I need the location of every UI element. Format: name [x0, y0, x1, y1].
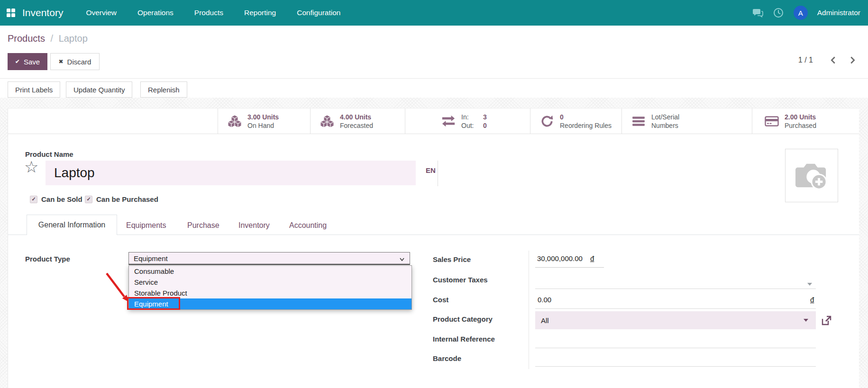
tab-equipments[interactable]: Equipments — [126, 221, 166, 230]
field-divider — [438, 161, 438, 186]
messages-icon[interactable] — [752, 7, 763, 18]
panel-divider — [0, 78, 868, 79]
tab-purchase[interactable]: Purchase — [187, 221, 219, 230]
column-separator — [529, 251, 529, 369]
stat-label-line1: Lot/Serial — [651, 113, 679, 121]
stat-out-value: 0 — [483, 121, 487, 130]
print-labels-button[interactable]: Print Labels — [8, 81, 60, 98]
option-service[interactable]: Service — [129, 277, 411, 288]
stat-value: 0 — [560, 113, 612, 121]
customer-taxes-caret-icon[interactable] — [807, 283, 812, 286]
top-nav: Inventory Overview Operations Products R… — [0, 0, 868, 26]
list-icon — [631, 114, 646, 128]
stat-out-label: Out: — [461, 121, 476, 130]
nav-item-reporting[interactable]: Reporting — [244, 9, 276, 17]
external-link-icon[interactable] — [821, 315, 832, 326]
tab-general-information[interactable]: General Information — [27, 215, 117, 235]
discard-button[interactable]: ✖ Discard — [50, 53, 100, 70]
nav-menu: Overview Operations Products Reporting C… — [86, 9, 340, 17]
x-icon: ✖ — [59, 58, 64, 65]
sales-price-value[interactable]: 30,000,000.00 — [537, 254, 583, 262]
stat-in-label: In: — [461, 113, 476, 121]
stat-reordering-rules[interactable]: 0 Reordering Rules — [530, 108, 621, 134]
checkbox-check-icon: ✓ — [85, 196, 92, 203]
pager-count: 1 / 1 — [798, 56, 813, 64]
credit-card-icon — [765, 114, 779, 128]
can-be-sold-checkbox[interactable]: ✓ Can be Sold — [30, 195, 82, 203]
stat-purchased[interactable]: 2.00 Units Purchased — [752, 108, 856, 134]
form-sheet: 3.00 Units On Hand 4.00 Units F — [8, 108, 859, 388]
stat-lot-serial[interactable]: Lot/Serial Numbers — [621, 108, 752, 134]
stat-label: Reordering Rules — [560, 121, 612, 130]
checkbox-check-icon: ✓ — [30, 196, 37, 203]
product-type-label: Product Type — [25, 255, 70, 263]
stat-in-out[interactable]: In: 3 Out: 0 — [405, 108, 530, 134]
sales-price-input[interactable]: 30,000,000.00 đ — [535, 254, 604, 268]
stat-button-row: 3.00 Units On Hand 4.00 Units F — [8, 108, 859, 134]
product-category-input[interactable]: All — [535, 311, 816, 329]
update-quantity-button[interactable]: Update Quantity — [66, 81, 132, 98]
sales-price-currency[interactable]: đ — [590, 254, 594, 262]
save-button[interactable]: ✔ Save — [8, 53, 47, 70]
stat-label: Purchased — [785, 121, 816, 130]
tab-bar-line — [8, 235, 859, 235]
stat-label: Forecasted — [340, 121, 373, 130]
replenish-button[interactable]: Replenish — [140, 81, 187, 98]
internal-reference-input[interactable] — [535, 348, 816, 348]
user-name[interactable]: Administrator — [817, 9, 860, 17]
refresh-icon — [540, 114, 554, 128]
option-storable-product[interactable]: Storable Product — [129, 288, 411, 298]
tab-inventory[interactable]: Inventory — [238, 221, 270, 230]
product-name-label: Product Name — [25, 150, 73, 158]
stat-value: 2.00 Units — [785, 113, 816, 121]
nav-item-operations[interactable]: Operations — [137, 9, 174, 17]
option-consumable[interactable]: Consumable — [129, 266, 411, 277]
cost-currency[interactable]: đ — [810, 296, 814, 304]
content-area: 3.00 Units On Hand 4.00 Units F — [0, 98, 868, 388]
avatar[interactable]: A — [794, 6, 808, 20]
breadcrumb: Products / Laptop — [8, 33, 88, 44]
control-panel: Products / Laptop ✔ Save ✖ Discard 1 / 1… — [0, 26, 868, 98]
nav-right: A Administrator — [752, 6, 860, 20]
product-type-dropdown: Consumable Service Storable Product Equi… — [128, 265, 412, 310]
customer-taxes-label: Customer Taxes — [433, 276, 488, 284]
nav-item-overview[interactable]: Overview — [86, 9, 117, 17]
tab-accounting[interactable]: Accounting — [289, 221, 327, 230]
breadcrumb-current: Laptop — [59, 33, 88, 44]
transfer-icon — [441, 114, 456, 128]
stat-in-value: 3 — [483, 113, 487, 121]
cubes-icon — [228, 114, 242, 128]
pager-previous-icon[interactable] — [828, 55, 839, 65]
chevron-down-icon — [399, 256, 405, 262]
product-name-input[interactable]: Laptop — [46, 161, 416, 185]
internal-reference-label: Internal Reference — [433, 335, 495, 343]
customer-taxes-input[interactable] — [535, 289, 816, 289]
stat-label: On Hand — [247, 121, 279, 130]
app-name[interactable]: Inventory — [22, 7, 63, 18]
pager-next-icon[interactable] — [847, 55, 858, 65]
can-be-purchased-checkbox[interactable]: ✓ Can be Purchased — [85, 195, 158, 203]
activities-clock-icon[interactable] — [773, 7, 784, 18]
option-equipment[interactable]: Equipment — [129, 298, 411, 309]
product-category-label: Product Category — [433, 315, 493, 323]
stat-on-hand[interactable]: 3.00 Units On Hand — [218, 108, 310, 134]
product-type-select[interactable]: Equipment — [128, 252, 410, 265]
breadcrumb-separator: / — [51, 33, 54, 44]
screen: Inventory Overview Operations Products R… — [0, 0, 868, 388]
nav-item-products[interactable]: Products — [194, 9, 223, 17]
nav-item-configuration[interactable]: Configuration — [297, 9, 340, 17]
product-image-upload[interactable] — [785, 149, 838, 202]
cost-value[interactable]: 0.00 — [538, 296, 551, 304]
translation-badge[interactable]: EN — [426, 166, 436, 174]
stat-label-line2: Numbers — [651, 121, 679, 130]
barcode-label: Barcode — [433, 354, 461, 362]
barcode-input[interactable] — [535, 366, 816, 367]
camera-add-icon — [793, 160, 830, 192]
cubes-icon — [320, 114, 334, 128]
stat-forecasted[interactable]: 4.00 Units Forecasted — [310, 108, 405, 134]
breadcrumb-products[interactable]: Products — [8, 33, 45, 44]
cost-input-underline — [535, 308, 816, 309]
apps-grid-icon[interactable] — [7, 9, 15, 17]
product-category-caret-icon[interactable] — [804, 319, 808, 322]
favorite-star-icon[interactable]: ☆ — [24, 159, 38, 175]
